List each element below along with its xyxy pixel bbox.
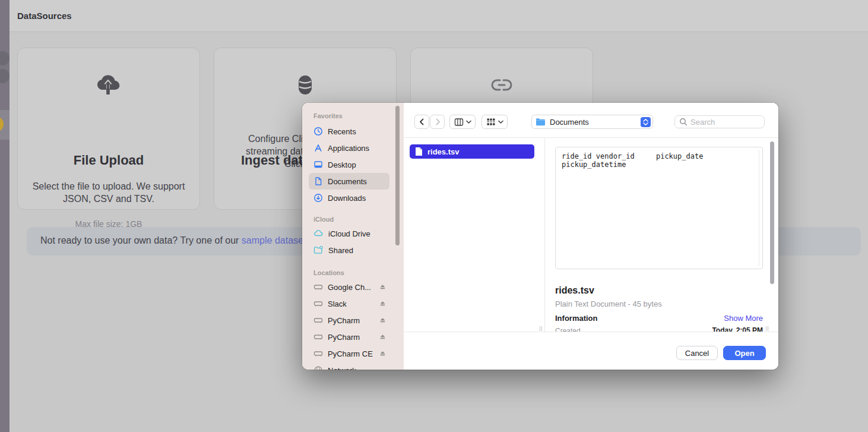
stepper-icon: [641, 117, 651, 127]
eject-icon[interactable]: [379, 333, 386, 340]
sidebar-section-label: iCloud: [313, 216, 334, 223]
file-open-dialog: Favorites Recents Applications Desktop D…: [302, 103, 778, 370]
sidebar-item-network[interactable]: Network: [309, 362, 389, 370]
clock-icon: [313, 127, 323, 136]
file-list: rides.tsv: [404, 138, 545, 332]
sidebar-item-label: iCloud Drive: [328, 229, 370, 238]
sidebar-item-pycharm-2[interactable]: PyCharm: [309, 329, 389, 345]
dialog-footer: Cancel Open: [404, 332, 778, 370]
sidebar-item-label: Documents: [328, 177, 367, 186]
chevron-right-icon: [433, 117, 442, 127]
back-button[interactable]: [414, 115, 429, 129]
sidebar-item-label: PyCharm: [328, 333, 360, 342]
sidebar-item-label: Applications: [328, 144, 369, 153]
sidebar-item-label: Desktop: [328, 160, 356, 169]
preview-pane: ride_id vendor_id pickup_date pickup_dat…: [545, 138, 778, 332]
chevron-down-icon: [498, 120, 503, 124]
sidebar-item-label: PyCharm CE: [328, 349, 373, 358]
drive-icon: [313, 282, 323, 292]
sidebar-item-google-chrome[interactable]: Google Ch...: [309, 279, 389, 295]
columns-icon: [454, 118, 464, 127]
folder-dropdown[interactable]: Documents: [531, 115, 653, 129]
dialog-sidebar: Favorites Recents Applications Desktop D…: [302, 103, 404, 370]
show-more-link[interactable]: Show More: [724, 314, 763, 323]
document-icon: [313, 176, 323, 186]
folder-icon: [536, 118, 546, 126]
drive-icon: [313, 349, 323, 358]
eject-icon[interactable]: [379, 317, 386, 323]
sidebar-item-desktop[interactable]: Desktop: [309, 156, 389, 173]
file-row-rides-tsv[interactable]: rides.tsv: [410, 144, 534, 159]
dialog-toolbar: Documents: [404, 103, 778, 138]
sidebar-item-recents[interactable]: Recents: [309, 123, 389, 140]
chevron-down-icon: [466, 120, 471, 124]
open-button[interactable]: Open: [723, 346, 766, 360]
search-icon: [679, 118, 688, 126]
drive-icon: [313, 299, 323, 308]
search-field[interactable]: [674, 115, 765, 128]
sidebar-item-label: Google Ch...: [328, 283, 371, 292]
preview-text: ride_id vendor_id pickup_date pickup_dat…: [556, 147, 762, 174]
preview-box: ride_id vendor_id pickup_date pickup_dat…: [555, 147, 763, 269]
drive-icon: [313, 316, 323, 325]
sidebar-item-label: Recents: [328, 127, 356, 136]
file-doc-icon: [415, 147, 423, 156]
desktop-icon: [313, 160, 323, 169]
eject-icon[interactable]: [379, 283, 386, 290]
sidebar-item-icloud-drive[interactable]: iCloud Drive: [309, 225, 389, 242]
forward-button[interactable]: [430, 115, 445, 129]
column-view-button[interactable]: [449, 115, 476, 129]
dialog-scrollbar[interactable]: [770, 141, 774, 284]
cancel-button[interactable]: Cancel: [676, 346, 718, 360]
eject-icon[interactable]: [379, 300, 386, 307]
preview-file-name: rides.tsv: [555, 285, 594, 296]
drive-icon: [313, 332, 323, 342]
group-icon: [486, 118, 496, 127]
cloud-icon: [313, 229, 324, 238]
sidebar-scrollbar[interactable]: [395, 106, 400, 245]
sidebar-item-label: Network: [328, 366, 356, 370]
sidebar-item-label: Slack: [328, 299, 347, 308]
search-input[interactable]: [690, 118, 756, 127]
preview-file-kind: Plain Text Document - 45 bytes: [555, 299, 662, 308]
network-icon: [313, 365, 323, 370]
sidebar-item-shared[interactable]: Shared: [309, 242, 389, 258]
file-name: rides.tsv: [427, 147, 459, 156]
sidebar-item-applications[interactable]: Applications: [309, 140, 389, 156]
sidebar-item-label: PyCharm: [328, 316, 360, 325]
divider-handle[interactable]: [540, 326, 542, 331]
chevron-left-icon: [417, 117, 427, 127]
created-value: Today, 2:05 PM: [712, 326, 763, 332]
sidebar-item-downloads[interactable]: Downloads: [309, 190, 389, 206]
eject-icon[interactable]: [379, 350, 386, 357]
applications-icon: [313, 143, 323, 153]
sidebar-item-documents[interactable]: Documents: [309, 173, 389, 190]
preview-scroll-track: [759, 150, 759, 266]
divider-handle[interactable]: [766, 326, 768, 331]
sidebar-section-label: Favorites: [313, 112, 343, 119]
dialog-content: rides.tsv ride_id vendor_id pickup_date …: [404, 138, 778, 332]
group-view-button[interactable]: [481, 115, 508, 129]
folder-dropdown-label: Documents: [550, 118, 589, 127]
shared-folder-icon: [313, 245, 324, 255]
screen: DataSources File Upload Select the file …: [0, 0, 868, 432]
information-label: Information: [555, 314, 598, 323]
sidebar-section-label: Locations: [313, 269, 344, 276]
sidebar-item-pycharm-ce[interactable]: PyCharm CE: [309, 345, 389, 362]
sidebar-item-label: Shared: [328, 246, 353, 255]
downloads-icon: [313, 193, 323, 203]
sidebar-item-label: Downloads: [328, 194, 366, 203]
created-label: Created: [555, 327, 581, 332]
sidebar-item-pycharm[interactable]: PyCharm: [309, 312, 389, 329]
sidebar-item-slack[interactable]: Slack: [309, 295, 389, 312]
